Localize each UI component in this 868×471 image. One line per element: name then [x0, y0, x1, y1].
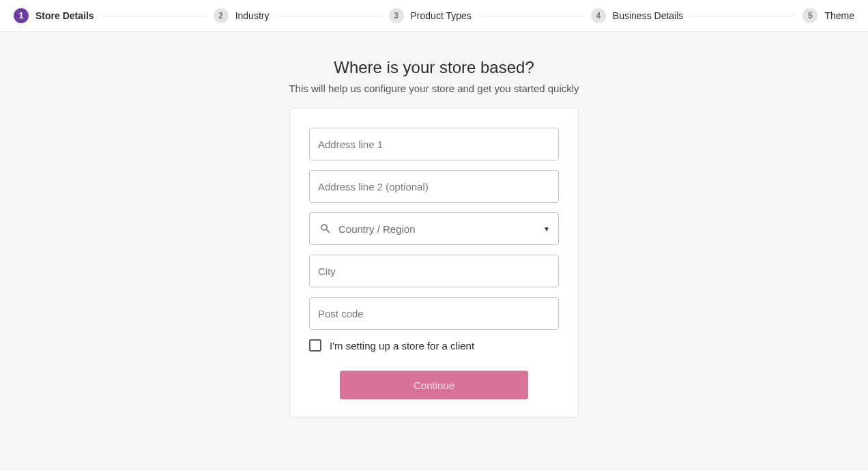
step-label: Store Details [35, 10, 94, 21]
step-label: Theme [824, 10, 854, 21]
search-icon [319, 223, 332, 235]
step-theme[interactable]: 5 Theme [802, 8, 854, 23]
page-heading: Where is your store based? [334, 58, 534, 77]
postcode-field[interactable] [309, 297, 559, 330]
step-label: Business Details [613, 10, 684, 21]
address-line-2-input[interactable] [318, 181, 550, 192]
stepper-connector [276, 16, 381, 16]
step-product-types[interactable]: 3 Product Types [389, 8, 472, 23]
stepper-connector [101, 16, 207, 16]
step-label: Product Types [411, 10, 472, 21]
stepper: 1 Store Details 2 Industry 3 Product Typ… [0, 0, 868, 32]
stepper-connector [478, 16, 584, 16]
client-checkbox[interactable] [309, 339, 321, 352]
step-number: 5 [802, 8, 818, 23]
step-store-details[interactable]: 1 Store Details [14, 8, 94, 23]
step-business-details[interactable]: 4 Business Details [591, 8, 684, 23]
page-subheading: This will help us configure your store a… [289, 83, 579, 94]
main-content: Where is your store based? This will hel… [0, 32, 868, 418]
address-line-1-field[interactable] [309, 128, 559, 160]
country-select-label: Country / Region [338, 223, 543, 235]
client-checkbox-label: I'm setting up a store for a client [330, 340, 474, 352]
step-number: 2 [214, 8, 229, 23]
step-label: Industry [235, 10, 270, 21]
step-number: 4 [591, 8, 606, 23]
step-number: 3 [389, 8, 404, 23]
continue-button[interactable]: Continue [340, 371, 528, 399]
client-checkbox-row[interactable]: I'm setting up a store for a client [309, 339, 559, 352]
chevron-down-icon: ▼ [543, 225, 550, 233]
stepper-connector [690, 16, 796, 16]
continue-button-label: Continue [414, 380, 454, 391]
postcode-input[interactable] [318, 308, 550, 319]
city-input[interactable] [318, 266, 550, 277]
address-line-2-field[interactable] [309, 170, 559, 203]
city-field[interactable] [309, 255, 559, 287]
country-select[interactable]: Country / Region ▼ [309, 212, 559, 245]
address-line-1-input[interactable] [318, 139, 550, 150]
step-number: 1 [14, 8, 29, 23]
address-card: Country / Region ▼ I'm setting up a stor… [289, 108, 579, 418]
step-industry[interactable]: 2 Industry [214, 8, 270, 23]
